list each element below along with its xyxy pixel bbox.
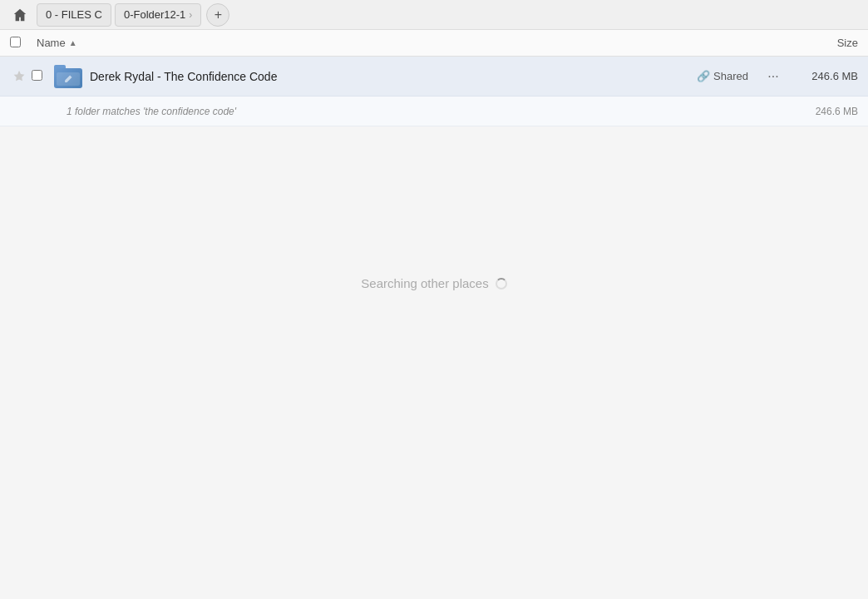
breadcrumb-label-folder12-1: 0-Folder12-1 (124, 8, 185, 21)
searching-section: Searching other places (0, 126, 868, 290)
add-button[interactable]: + (206, 3, 229, 27)
column-header-row: Name ▲ Size (0, 30, 868, 57)
searching-label: Searching other places (361, 276, 488, 290)
breadcrumb-item-folder12-1[interactable]: 0-Folder12-1 › (115, 3, 201, 27)
match-text: 1 folder matches 'the confidence code' (67, 106, 792, 117)
header-checkbox-area (10, 36, 30, 51)
column-name-label: Name (37, 37, 66, 49)
shared-badge: 🔗 Shared (697, 70, 748, 82)
column-size-header: Size (792, 37, 858, 49)
column-size-label: Size (837, 37, 858, 49)
star-icon (12, 70, 26, 83)
match-info-row: 1 folder matches 'the confidence code' 2… (0, 97, 868, 126)
column-name-header[interactable]: Name ▲ (37, 37, 792, 49)
more-options-button[interactable]: ··· (762, 65, 785, 88)
select-all-checkbox[interactable] (10, 37, 21, 47)
breadcrumb-bar: 0 - FILES C 0-Folder12-1 › + (0, 0, 868, 30)
star-button[interactable] (10, 67, 28, 86)
chevron-right-icon: › (189, 9, 192, 21)
file-checkbox-area (32, 69, 48, 84)
home-icon (12, 7, 27, 22)
sort-arrow-icon: ▲ (69, 38, 77, 47)
breadcrumb-label-files-c: 0 - FILES C (46, 8, 102, 21)
folder-pencil-icon (63, 74, 73, 84)
shared-label: Shared (713, 70, 748, 82)
plus-icon: + (215, 7, 222, 22)
file-row[interactable]: Derek Rydal - The Confidence Code 🔗 Shar… (0, 57, 868, 97)
breadcrumb-item-files-c[interactable]: 0 - FILES C (37, 3, 111, 27)
link-icon: 🔗 (697, 70, 710, 82)
match-size: 246.6 MB (792, 106, 858, 117)
file-name-text: Derek Rydal - The Confidence Code (90, 70, 697, 83)
file-select-checkbox[interactable] (32, 70, 42, 81)
file-size-value: 246.6 MB (792, 70, 858, 82)
loading-spinner (496, 278, 507, 290)
searching-text-area: Searching other places (361, 276, 506, 290)
folder-icon (53, 62, 83, 92)
home-button[interactable] (7, 2, 33, 28)
ellipsis-icon: ··· (767, 69, 778, 84)
